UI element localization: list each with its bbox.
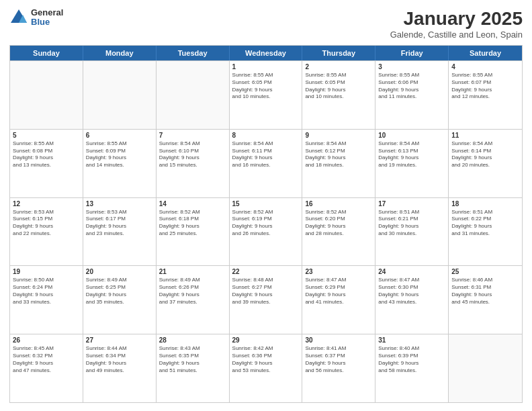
cell-text: Sunrise: 8:53 AMSunset: 6:17 PMDaylight:… bbox=[86, 209, 153, 238]
calendar-cell: 13Sunrise: 8:53 AMSunset: 6:17 PMDayligh… bbox=[83, 198, 157, 266]
calendar-cell: 31Sunrise: 8:40 AMSunset: 6:39 PMDayligh… bbox=[375, 334, 449, 402]
cell-text: Sunrise: 8:55 AMSunset: 6:09 PMDaylight:… bbox=[86, 140, 153, 169]
calendar-cell: 9Sunrise: 8:54 AMSunset: 6:12 PMDaylight… bbox=[302, 130, 375, 197]
cell-text: Sunrise: 8:55 AMSunset: 6:05 PMDaylight:… bbox=[232, 72, 300, 101]
calendar-cell: 7Sunrise: 8:54 AMSunset: 6:10 PMDaylight… bbox=[157, 130, 230, 197]
calendar-cell: 17Sunrise: 8:51 AMSunset: 6:21 PMDayligh… bbox=[375, 198, 449, 266]
calendar-cell: 14Sunrise: 8:52 AMSunset: 6:18 PMDayligh… bbox=[157, 198, 230, 266]
calendar-cell: 20Sunrise: 8:49 AMSunset: 6:25 PMDayligh… bbox=[83, 266, 157, 334]
day-number: 14 bbox=[159, 200, 226, 208]
calendar-row-2: 12Sunrise: 8:53 AMSunset: 6:15 PMDayligh… bbox=[10, 197, 522, 266]
calendar-cell: 11Sunrise: 8:54 AMSunset: 6:14 PMDayligh… bbox=[449, 130, 522, 197]
cell-text: Sunrise: 8:43 AMSunset: 6:35 PMDaylight:… bbox=[159, 345, 226, 374]
header-day-tuesday: Tuesday bbox=[157, 46, 230, 60]
logo-general: General bbox=[31, 8, 63, 17]
calendar-cell: 6Sunrise: 8:55 AMSunset: 6:09 PMDaylight… bbox=[83, 130, 157, 197]
calendar-cell: 12Sunrise: 8:53 AMSunset: 6:15 PMDayligh… bbox=[10, 198, 83, 266]
day-number: 6 bbox=[86, 132, 153, 139]
day-number: 30 bbox=[305, 336, 372, 344]
calendar-cell: 28Sunrise: 8:43 AMSunset: 6:35 PMDayligh… bbox=[157, 334, 230, 402]
day-number: 9 bbox=[305, 132, 372, 139]
calendar-cell bbox=[10, 61, 83, 129]
cell-text: Sunrise: 8:51 AMSunset: 6:22 PMDaylight:… bbox=[451, 209, 519, 238]
calendar-cell bbox=[449, 334, 522, 402]
calendar-cell: 2Sunrise: 8:55 AMSunset: 6:05 PMDaylight… bbox=[302, 61, 375, 129]
cell-text: Sunrise: 8:52 AMSunset: 6:18 PMDaylight:… bbox=[159, 209, 226, 238]
day-number: 26 bbox=[13, 336, 80, 344]
header-day-monday: Monday bbox=[83, 46, 157, 60]
day-number: 12 bbox=[13, 200, 80, 208]
cell-text: Sunrise: 8:51 AMSunset: 6:21 PMDaylight:… bbox=[378, 209, 445, 238]
calendar-cell: 19Sunrise: 8:50 AMSunset: 6:24 PMDayligh… bbox=[10, 266, 83, 334]
cell-text: Sunrise: 8:49 AMSunset: 6:26 PMDaylight:… bbox=[159, 277, 226, 306]
day-number: 18 bbox=[451, 200, 519, 208]
cell-text: Sunrise: 8:53 AMSunset: 6:15 PMDaylight:… bbox=[13, 209, 80, 238]
calendar-cell: 4Sunrise: 8:55 AMSunset: 6:07 PMDaylight… bbox=[449, 61, 522, 129]
day-number: 1 bbox=[232, 63, 300, 71]
cell-text: Sunrise: 8:50 AMSunset: 6:24 PMDaylight:… bbox=[13, 277, 80, 306]
day-number: 28 bbox=[159, 336, 226, 344]
day-number: 11 bbox=[451, 132, 519, 139]
calendar-row-4: 26Sunrise: 8:45 AMSunset: 6:32 PMDayligh… bbox=[10, 334, 522, 402]
cell-text: Sunrise: 8:54 AMSunset: 6:14 PMDaylight:… bbox=[451, 140, 519, 169]
cell-text: Sunrise: 8:55 AMSunset: 6:05 PMDaylight:… bbox=[305, 72, 372, 101]
day-number: 16 bbox=[305, 200, 372, 208]
calendar-row-0: 1Sunrise: 8:55 AMSunset: 6:05 PMDaylight… bbox=[10, 60, 522, 129]
page: General Blue January 2025 Galende, Casti… bbox=[0, 0, 532, 411]
cell-text: Sunrise: 8:49 AMSunset: 6:25 PMDaylight:… bbox=[86, 277, 153, 306]
calendar-cell: 29Sunrise: 8:42 AMSunset: 6:36 PMDayligh… bbox=[230, 334, 303, 402]
cell-text: Sunrise: 8:55 AMSunset: 6:08 PMDaylight:… bbox=[13, 140, 80, 169]
calendar-cell: 18Sunrise: 8:51 AMSunset: 6:22 PMDayligh… bbox=[449, 198, 522, 266]
day-number: 31 bbox=[378, 336, 445, 344]
header-day-friday: Friday bbox=[375, 46, 449, 60]
logo-text: General Blue bbox=[31, 8, 63, 28]
cell-text: Sunrise: 8:46 AMSunset: 6:31 PMDaylight:… bbox=[451, 277, 519, 306]
cell-text: Sunrise: 8:54 AMSunset: 6:12 PMDaylight:… bbox=[305, 140, 372, 169]
calendar-cell: 5Sunrise: 8:55 AMSunset: 6:08 PMDaylight… bbox=[10, 130, 83, 197]
calendar-header: SundayMondayTuesdayWednesdayThursdayFrid… bbox=[10, 46, 522, 60]
header-day-thursday: Thursday bbox=[302, 46, 375, 60]
logo-blue: Blue bbox=[31, 17, 63, 27]
cell-text: Sunrise: 8:52 AMSunset: 6:19 PMDaylight:… bbox=[232, 209, 300, 238]
cell-text: Sunrise: 8:48 AMSunset: 6:27 PMDaylight:… bbox=[232, 277, 300, 306]
calendar-cell: 23Sunrise: 8:47 AMSunset: 6:29 PMDayligh… bbox=[302, 266, 375, 334]
logo: General Blue bbox=[9, 8, 63, 28]
day-number: 2 bbox=[305, 63, 372, 71]
calendar-row-3: 19Sunrise: 8:50 AMSunset: 6:24 PMDayligh… bbox=[10, 265, 522, 334]
cell-text: Sunrise: 8:42 AMSunset: 6:36 PMDaylight:… bbox=[232, 345, 300, 374]
calendar-cell: 30Sunrise: 8:41 AMSunset: 6:37 PMDayligh… bbox=[302, 334, 375, 402]
cell-text: Sunrise: 8:44 AMSunset: 6:34 PMDaylight:… bbox=[86, 345, 153, 374]
title-area: January 2025 Galende, Castille and Leon,… bbox=[390, 8, 523, 40]
cell-text: Sunrise: 8:55 AMSunset: 6:06 PMDaylight:… bbox=[378, 72, 445, 101]
cell-text: Sunrise: 8:55 AMSunset: 6:07 PMDaylight:… bbox=[451, 72, 519, 101]
header-day-saturday: Saturday bbox=[449, 46, 522, 60]
day-number: 24 bbox=[378, 268, 445, 275]
cell-text: Sunrise: 8:45 AMSunset: 6:32 PMDaylight:… bbox=[13, 345, 80, 374]
day-number: 20 bbox=[86, 268, 153, 275]
day-number: 8 bbox=[232, 132, 300, 139]
calendar-cell: 24Sunrise: 8:47 AMSunset: 6:30 PMDayligh… bbox=[375, 266, 449, 334]
calendar-cell: 10Sunrise: 8:54 AMSunset: 6:13 PMDayligh… bbox=[375, 130, 449, 197]
day-number: 10 bbox=[378, 132, 445, 139]
calendar-cell: 1Sunrise: 8:55 AMSunset: 6:05 PMDaylight… bbox=[230, 61, 303, 129]
month-title: January 2025 bbox=[390, 8, 523, 30]
calendar-cell bbox=[83, 61, 157, 129]
calendar-cell: 21Sunrise: 8:49 AMSunset: 6:26 PMDayligh… bbox=[157, 266, 230, 334]
day-number: 21 bbox=[159, 268, 226, 275]
calendar-cell: 27Sunrise: 8:44 AMSunset: 6:34 PMDayligh… bbox=[83, 334, 157, 402]
calendar-row-1: 5Sunrise: 8:55 AMSunset: 6:08 PMDaylight… bbox=[10, 129, 522, 197]
cell-text: Sunrise: 8:41 AMSunset: 6:37 PMDaylight:… bbox=[305, 345, 372, 374]
cell-text: Sunrise: 8:47 AMSunset: 6:30 PMDaylight:… bbox=[378, 277, 445, 306]
cell-text: Sunrise: 8:54 AMSunset: 6:11 PMDaylight:… bbox=[232, 140, 300, 169]
day-number: 3 bbox=[378, 63, 445, 71]
calendar-cell: 26Sunrise: 8:45 AMSunset: 6:32 PMDayligh… bbox=[10, 334, 83, 402]
subtitle: Galende, Castille and Leon, Spain bbox=[390, 30, 523, 40]
header: General Blue January 2025 Galende, Casti… bbox=[9, 8, 523, 40]
day-number: 13 bbox=[86, 200, 153, 208]
calendar-cell: 16Sunrise: 8:52 AMSunset: 6:20 PMDayligh… bbox=[302, 198, 375, 266]
calendar-body: 1Sunrise: 8:55 AMSunset: 6:05 PMDaylight… bbox=[10, 60, 522, 402]
day-number: 4 bbox=[451, 63, 519, 71]
day-number: 19 bbox=[13, 268, 80, 275]
calendar-cell: 8Sunrise: 8:54 AMSunset: 6:11 PMDaylight… bbox=[230, 130, 303, 197]
cell-text: Sunrise: 8:54 AMSunset: 6:10 PMDaylight:… bbox=[159, 140, 226, 169]
